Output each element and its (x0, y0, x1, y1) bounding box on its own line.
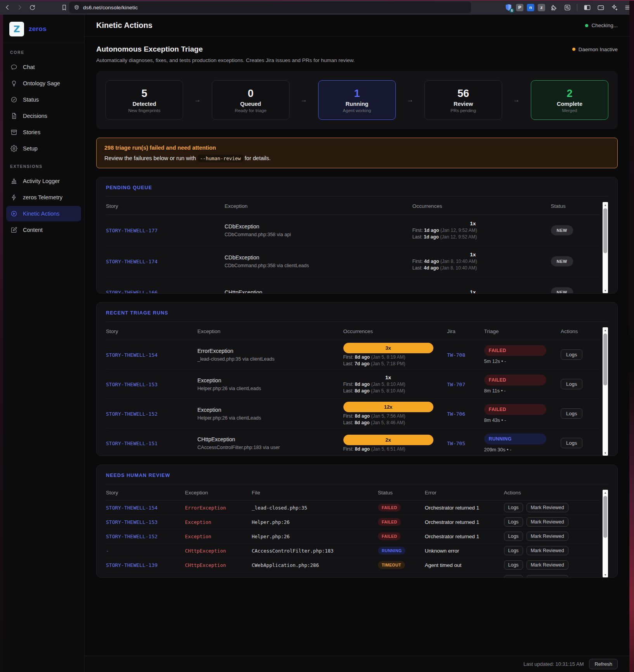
story-link[interactable]: STORY-THEWELL-153 (106, 519, 158, 525)
occurrence-count: 1x (412, 221, 534, 226)
scrollbar-thumb[interactable] (603, 496, 607, 538)
last-rel: 8d ago (355, 420, 370, 425)
sidebar-toggle-icon[interactable] (582, 2, 592, 12)
extension-p-icon[interactable]: P (516, 4, 523, 11)
logs-button[interactable]: Logs (504, 575, 523, 578)
table-row: - CHttpException CAccessControlFilter.ph… (106, 544, 600, 558)
scrollbar-down-arrow[interactable]: ▼ (603, 572, 608, 577)
first-label: First: (412, 228, 423, 233)
jira-link[interactable]: TW-707 (447, 382, 465, 387)
forward-icon[interactable] (15, 2, 25, 12)
logs-button[interactable]: Logs (504, 546, 523, 555)
arrow-icon: → (301, 96, 307, 104)
ai-sparkle-icon[interactable] (609, 2, 619, 12)
logs-button[interactable]: Logs (504, 532, 523, 541)
screenshot-tool-icon[interactable] (562, 2, 572, 12)
sidebar-item-ontology-sage[interactable]: Ontology Sage (6, 76, 81, 91)
jira-link[interactable]: TW-708 (447, 352, 465, 358)
mark-reviewed-button[interactable]: Mark Reviewed (527, 503, 568, 512)
logs-button[interactable]: Logs (561, 379, 582, 389)
status-badge: FAILED (378, 532, 401, 540)
sidebar-item-zeros-telemetry[interactable]: zeros Telemetry (6, 190, 81, 205)
logs-button[interactable]: Logs (561, 438, 582, 448)
desktop-edge-right (629, 0, 634, 672)
scrollbar-thumb[interactable] (603, 208, 607, 253)
back-icon[interactable] (2, 2, 12, 12)
url-text: ds6.net/console/kinetic (83, 5, 138, 10)
jira-link[interactable]: TW-705 (447, 441, 465, 446)
sidebar-item-stories[interactable]: Stories (6, 124, 81, 140)
exception-source: Helper.php:26 via clientLeads (197, 415, 343, 421)
brand[interactable]: Z zeros (3, 15, 84, 43)
wallet-icon[interactable] (596, 2, 606, 12)
sidebar-item-chat[interactable]: Chat (6, 59, 81, 75)
logs-button[interactable]: Logs (561, 349, 582, 360)
story-link[interactable]: STORY-THEWELL-174 (106, 259, 158, 264)
stage-sublabel: Ready for triage (235, 108, 267, 113)
refresh-button[interactable]: Refresh (589, 659, 618, 669)
arrow-icon: → (513, 96, 520, 104)
mark-reviewed-button[interactable]: Mark Reviewed (527, 546, 568, 555)
sidebar-item-status[interactable]: Status (6, 92, 81, 107)
extension-n-icon[interactable]: n (527, 4, 534, 11)
pending-queue-panel: PENDING QUEUE Story Exception Occurrence… (96, 177, 618, 294)
sidebar-item-decisions[interactable]: Decisions (6, 108, 81, 124)
sidebar-item-setup[interactable]: Setup (6, 141, 81, 156)
scrollbar-up-arrow[interactable]: ▲ (603, 202, 608, 207)
extensions-puzzle-icon[interactable] (549, 2, 559, 12)
story-link[interactable]: STORY-THEWELL-152 (106, 534, 158, 539)
extension-z-icon[interactable]: z (538, 4, 545, 11)
story-link[interactable]: STORY-THEWELL-152 (106, 411, 158, 417)
table-row: STORY-THEWELL-174 CDbException CDbComman… (106, 246, 600, 277)
col-file: File (252, 490, 378, 496)
story-link[interactable]: STORY-THEWELL-139 (106, 562, 158, 568)
mark-reviewed-button[interactable]: Mark Reviewed (527, 532, 568, 541)
scrollbar[interactable]: ▲ ▼ (603, 327, 608, 456)
sidebar-item-activity-logger[interactable]: Activity Logger (6, 173, 81, 189)
scrollbar-up-arrow[interactable]: ▲ (603, 490, 608, 495)
reload-icon[interactable] (27, 2, 37, 12)
logs-button[interactable]: Logs (504, 503, 523, 512)
scrollbar-up-arrow[interactable]: ▲ (603, 327, 608, 333)
story-link[interactable]: STORY-THEWELL-151 (106, 441, 158, 446)
last-abs: (Jan 5, 8:46 AM) (371, 420, 405, 425)
scrollbar-down-arrow[interactable]: ▼ (603, 450, 608, 456)
mark-reviewed-button[interactable]: Mark Reviewed (527, 560, 568, 570)
occurrence-count: 1x (412, 289, 534, 293)
logs-button[interactable]: Logs (561, 408, 582, 419)
story-link[interactable]: STORY-THEWELL-177 (106, 228, 158, 233)
stage-label: Running (346, 101, 369, 107)
scrollbar-down-arrow[interactable]: ▼ (603, 288, 608, 293)
sidebar-item-label: Stories (23, 129, 40, 135)
status-badge: NEW (551, 256, 573, 266)
sidebar-item-content[interactable]: Content (6, 222, 81, 238)
story-link[interactable]: - (106, 548, 109, 554)
story-link[interactable]: STORY-THEWELL-154 (106, 505, 158, 511)
last-abs: (Jan 12, 9:52 AM) (440, 234, 477, 240)
story-link[interactable]: STORY-THEWELL-153 (106, 382, 158, 387)
occurrences-cell: 12x First: 8d ago (Jan 5, 7:56 AM) Last:… (343, 402, 433, 425)
first-abs: (Jan 5, 6:51 AM) (371, 446, 405, 452)
exception-source: CDbCommand.php:358 via clientLeads (225, 263, 412, 268)
recent-triage-runs-panel: RECENT TRIAGE RUNS Story Exception Occur… (96, 302, 618, 456)
adblock-extension-icon[interactable]: 5 (504, 3, 513, 12)
mark-reviewed-button[interactable]: Mark Reviewed (527, 575, 568, 578)
col-jira: Jira (447, 328, 484, 334)
logs-button[interactable]: Logs (504, 517, 523, 527)
story-link[interactable]: STORY-THEWELL-154 (106, 352, 158, 358)
logs-button[interactable]: Logs (504, 560, 523, 570)
jira-link[interactable]: TW-706 (447, 411, 465, 417)
bookmark-icon[interactable] (59, 2, 69, 12)
sidebar-item-kinetic-actions[interactable]: Kinetic Actions (6, 206, 81, 221)
first-label: First: (412, 259, 423, 264)
story-link[interactable]: STORY-THEWELL-166 (106, 290, 158, 294)
url-bar[interactable]: ds6.net/console/kinetic (69, 2, 471, 13)
scrollbar[interactable]: ▲ ▼ (603, 202, 608, 293)
mark-reviewed-button[interactable]: Mark Reviewed (527, 517, 568, 527)
exception-name: CDbException (225, 223, 412, 230)
scrollbar[interactable]: ▲ ▼ (603, 490, 608, 577)
scrollbar-thumb[interactable] (603, 333, 607, 385)
last-label: Last: (412, 265, 423, 271)
page-header: Kinetic Actions Checking... (85, 15, 629, 36)
site-shield-icon[interactable] (74, 5, 80, 10)
